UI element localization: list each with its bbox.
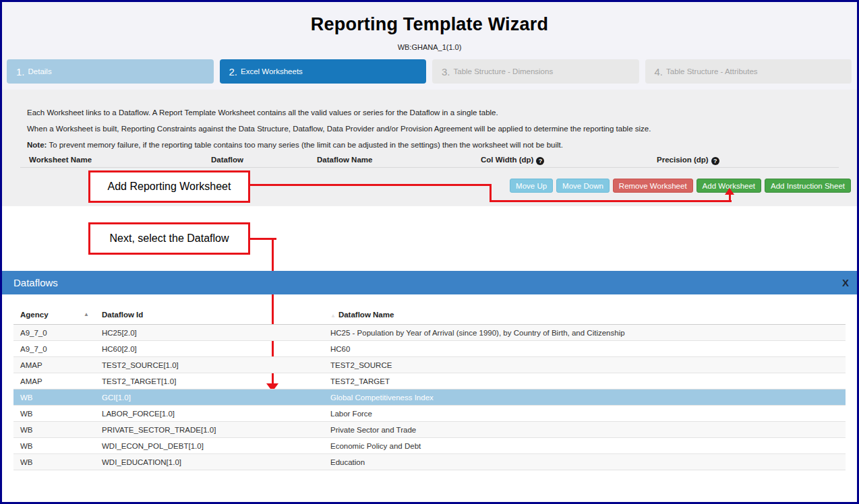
remove-worksheet-button[interactable]: Remove Worksheet (613, 179, 693, 193)
wizard-step-details[interactable]: 1. Details (7, 59, 214, 84)
dataflow-name-cell: Economic Policy and Debt (324, 442, 846, 450)
dataflow-row[interactable]: A9_7_0 HC60[2.0] HC60 (13, 341, 846, 357)
dataflow-row[interactable]: AMAP TEST2_SOURCE[1.0] TEST2_SOURCE (13, 357, 846, 373)
column-header-agency[interactable]: Agency (13, 311, 95, 319)
worksheet-table-divider (20, 167, 839, 168)
dataflow-name-cell: Education (324, 458, 846, 466)
step-label: Table Structure - Dimensions (454, 67, 554, 75)
column-header-dataflow: Dataflow (211, 156, 243, 164)
description-line-2: When a Worksheet is built, Reporting Con… (27, 125, 651, 133)
dataflow-id-cell: WDI_ECON_POL_DEBT[1.0] (95, 442, 324, 450)
dataflow-row[interactable]: WB GCI[1.0] Global Competitiveness Index (13, 389, 846, 406)
dataflow-name-cell: HC60 (324, 345, 846, 353)
agency-cell: A9_7_0 (13, 345, 95, 353)
annotation-callout-add-worksheet: Add Reporting Worksheet (88, 170, 250, 203)
dataflow-id-cell: TEST2_TARGET[1.0] (95, 377, 324, 385)
step-number: 1. (16, 66, 25, 77)
agency-cell: AMAP (13, 377, 95, 385)
dataflows-dialog-header: Dataflows X (2, 271, 857, 294)
dataflows-table-header: Agency ▲ Dataflow Id ▲Dataflow Name (13, 305, 846, 325)
annotation-connector-line (729, 194, 731, 202)
reporting-template-wizard-window: Reporting Template Wizard WB:GHANA_1(1.0… (0, 0, 859, 504)
page-title: Reporting Template Wizard (2, 14, 857, 35)
column-header-dataflow-name[interactable]: ▲Dataflow Name (324, 311, 846, 319)
dataflow-name-cell: Private Sector and Trade (324, 426, 846, 434)
wizard-step-table-structure-attributes[interactable]: 4. Table Structure - Attributes (645, 59, 852, 84)
dataflow-row[interactable]: WB WDI_EDUCATION[1.0] Education (13, 454, 846, 470)
annotation-connector-line (248, 184, 492, 186)
dataflow-name-cell: TEST2_TARGET (324, 377, 846, 385)
step-label: Details (28, 67, 52, 75)
description-note: Note: To prevent memory failure, if the … (27, 141, 563, 149)
step-number: 3. (442, 66, 450, 77)
annotation-connector-line (490, 184, 492, 202)
step-label: Table Structure - Attributes (666, 67, 758, 75)
dataflow-row[interactable]: WB PRIVATE_SECTOR_TRADE[1.0] Private Sec… (13, 422, 846, 438)
arrow-up-icon (725, 188, 734, 195)
close-icon[interactable]: X (842, 271, 849, 294)
column-header-dataflow-name: Dataflow Name (317, 156, 372, 164)
help-icon[interactable]: ? (711, 157, 719, 165)
column-header-dataflow-id[interactable]: Dataflow Id (95, 311, 324, 319)
wizard-step-table-structure-dimensions[interactable]: 3. Table Structure - Dimensions (432, 59, 639, 84)
dataflows-dialog-title: Dataflows (13, 271, 58, 294)
dataflow-id-cell: PRIVATE_SECTOR_TRADE[1.0] (95, 426, 324, 434)
dataflow-name-cell: TEST2_SOURCE (324, 361, 846, 369)
column-header-worksheet-name: Worksheet Name (29, 156, 92, 164)
dataflow-row[interactable]: AMAP TEST2_TARGET[1.0] TEST2_TARGET (13, 373, 846, 389)
dataflow-id-cell: HC25[2.0] (95, 329, 324, 337)
dataflow-name-cell: Global Competitiveness Index (324, 393, 846, 402)
dataflow-row[interactable]: WB LABOR_FORCE[1.0] Labor Force (13, 406, 846, 422)
agency-cell: A9_7_0 (13, 329, 95, 337)
note-prefix: Note: (27, 141, 47, 149)
dataflows-table: Agency ▲ Dataflow Id ▲Dataflow Name A9_7… (13, 305, 846, 470)
step-number: 4. (655, 66, 663, 77)
dataflow-row[interactable]: A9_7_0 HC25[2.0] HC25 - Population by Ye… (13, 325, 846, 341)
move-down-button[interactable]: Move Down (556, 179, 610, 193)
dataflow-name-cell: Labor Force (324, 410, 846, 418)
column-header-precision: Precision (dp)? (657, 156, 719, 165)
dataflow-id-cell: HC60[2.0] (95, 345, 324, 353)
note-text: To prevent memory failure, if the report… (47, 141, 563, 149)
dataflows-table-body: A9_7_0 HC25[2.0] HC25 - Population by Ye… (13, 325, 846, 470)
annotation-connector-line (490, 200, 732, 202)
agency-cell: WB (13, 426, 95, 434)
dataflow-name-cell: HC25 - Population by Year of Arrival (si… (324, 329, 846, 337)
agency-cell: WB (13, 442, 95, 450)
sort-ascending-icon[interactable]: ▲ (84, 311, 89, 317)
help-icon[interactable]: ? (536, 157, 544, 165)
step-number: 2. (229, 66, 238, 77)
template-id-subtitle: WB:GHANA_1(1.0) (2, 43, 857, 51)
dataflow-row[interactable]: WB WDI_ECON_POL_DEBT[1.0] Economic Polic… (13, 438, 846, 454)
dataflow-id-cell: LABOR_FORCE[1.0] (95, 410, 324, 418)
dataflow-id-cell: TEST2_SOURCE[1.0] (95, 361, 324, 369)
annotation-callout-select-dataflow: Next, select the Dataflow (88, 222, 250, 255)
agency-cell: AMAP (13, 361, 95, 369)
agency-cell: WB (13, 393, 95, 402)
worksheet-button-row: Move Up Move Down Remove Worksheet Add W… (510, 179, 851, 193)
agency-cell: WB (13, 410, 95, 418)
add-instruction-sheet-button[interactable]: Add Instruction Sheet (765, 179, 851, 193)
wizard-step-excel-worksheets[interactable]: 2. Excel Worksheets (220, 59, 427, 84)
agency-cell: WB (13, 458, 95, 466)
description-line-1: Each Worksheet links to a Dataflow. A Re… (27, 108, 498, 117)
column-header-col-width: Col Width (dp)? (481, 156, 544, 165)
step-label: Excel Worksheets (241, 67, 303, 75)
sort-icon: ▲ (330, 313, 336, 319)
move-up-button[interactable]: Move Up (510, 179, 553, 193)
dataflow-id-cell: GCI[1.0] (95, 393, 324, 402)
dataflow-id-cell: WDI_EDUCATION[1.0] (95, 458, 324, 466)
wizard-step-bar: 1. Details 2. Excel Worksheets 3. Table … (7, 59, 852, 84)
